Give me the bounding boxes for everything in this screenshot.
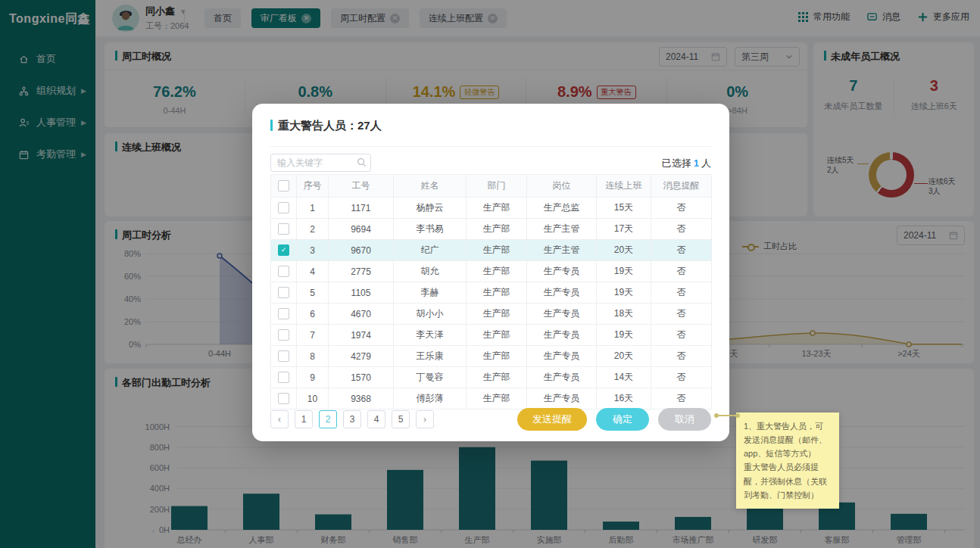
cell-post: 生产专员 — [527, 367, 597, 388]
cell-dept: 生产部 — [467, 346, 527, 367]
row-checkbox[interactable] — [278, 350, 289, 362]
cell-no: 6 — [297, 304, 329, 325]
cell-days: 18天 — [597, 304, 651, 325]
table-row: 71974李天泽生产部生产专员19天否 — [271, 325, 712, 346]
cell-days: 19天 — [597, 282, 651, 304]
cell-post: 生产主管 — [527, 240, 597, 261]
page-button-5[interactable]: 5 — [392, 410, 410, 428]
note-paragraph: 1、重大警告人员，可发送消息提醒（邮件、app、短信等方式） — [744, 419, 832, 460]
table-row: 51105李赫生产部生产专员19天否 — [271, 282, 712, 304]
divider — [270, 146, 711, 147]
select-all-checkbox[interactable] — [278, 180, 289, 191]
column-header: 序号 — [297, 175, 329, 198]
cell-days: 19天 — [597, 261, 651, 282]
table-row: 29694李书易生产部生产主管17天否 — [271, 219, 712, 240]
cell-notify: 否 — [651, 304, 712, 325]
modal-footer: ‹12345› 发送提醒 确定 取消 — [270, 408, 711, 431]
cell-notify: 否 — [651, 240, 712, 261]
cell-post: 生产专员 — [527, 388, 597, 409]
cell-no: 4 — [297, 261, 329, 282]
cell-dept: 生产部 — [467, 261, 527, 282]
cell-no: 2 — [297, 219, 329, 240]
row-checkbox[interactable] — [278, 308, 289, 319]
table-row: 109368傅彭薄生产部生产专员16天否 — [271, 388, 712, 409]
cell-dept: 生产部 — [467, 198, 527, 219]
app-root: Tongxine同鑫 首页组织规划▶人事管理▶考勤管理▶ 同小鑫▼ 工号：206… — [0, 0, 980, 548]
row-checkbox[interactable] — [278, 287, 289, 298]
cell-post: 生产专员 — [527, 282, 597, 304]
cell-days: 19天 — [597, 325, 651, 346]
cell-dept: 生产部 — [467, 367, 527, 388]
table-row: 91570丁曼容生产部生产专员14天否 — [271, 367, 712, 388]
warning-table: 序号工号姓名部门岗位连续上班消息提醒 11171杨静云生产部生产总监15天否29… — [270, 174, 712, 409]
cell-post: 生产主管 — [527, 219, 597, 240]
cell-dept: 生产部 — [467, 240, 527, 261]
prev-page-button[interactable]: ‹ — [270, 410, 289, 428]
cell-name: 胡允 — [394, 261, 467, 282]
cell-days: 20天 — [597, 346, 651, 367]
row-checkbox[interactable] — [278, 202, 289, 213]
row-checkbox[interactable] — [278, 223, 289, 235]
page-button-3[interactable]: 3 — [343, 410, 361, 428]
cell-id: 1570 — [329, 367, 394, 388]
row-checkbox[interactable] — [278, 329, 289, 341]
cell-notify: 否 — [651, 388, 712, 409]
cell-id: 1974 — [329, 325, 394, 346]
cell-id: 9670 — [329, 240, 394, 261]
page-button-1[interactable]: 1 — [295, 410, 313, 428]
cell-dept: 生产部 — [467, 388, 527, 409]
cell-name: 李书易 — [394, 219, 467, 240]
table-row: 11171杨静云生产部生产总监15天否 — [271, 198, 712, 219]
cell-notify: 否 — [651, 367, 712, 388]
table-row: 84279王乐康生产部生产专员20天否 — [271, 346, 712, 367]
cell-dept: 生产部 — [467, 282, 527, 304]
search-icon — [357, 157, 367, 167]
table-row: ✓39670纪广生产部生产主管20天否 — [271, 240, 712, 261]
note-paragraph: 重大警告人员必须提醒，并强制休息（关联到考勤、门禁控制） — [744, 460, 832, 501]
cell-dept: 生产部 — [467, 325, 527, 346]
row-checkbox[interactable] — [278, 372, 289, 383]
sticky-note: 1、重大警告人员，可发送消息提醒（邮件、app、短信等方式） 重大警告人员必须提… — [736, 413, 839, 509]
modal-title: 重大警告人员：27人 — [270, 119, 382, 133]
confirm-button[interactable]: 确定 — [596, 408, 649, 431]
row-checkbox[interactable] — [278, 393, 289, 404]
column-header: 消息提醒 — [651, 175, 712, 198]
cell-id: 9694 — [329, 219, 394, 240]
modal-buttons: 发送提醒 确定 取消 — [517, 408, 711, 431]
cell-post: 生产专员 — [527, 304, 597, 325]
column-header: 姓名 — [394, 175, 467, 198]
cell-notify: 否 — [651, 261, 712, 282]
search-box — [270, 154, 371, 172]
cell-post: 生产总监 — [527, 198, 597, 219]
page-button-2[interactable]: 2 — [319, 410, 337, 428]
cell-no: 1 — [297, 198, 329, 219]
cell-notify: 否 — [651, 219, 712, 240]
cell-days: 20天 — [597, 240, 651, 261]
cell-id: 9368 — [329, 388, 394, 409]
cell-post: 生产专员 — [527, 346, 597, 367]
next-page-button[interactable]: › — [416, 410, 434, 428]
cell-name: 李赫 — [394, 282, 467, 304]
cell-days: 14天 — [597, 367, 651, 388]
pagination: ‹12345› — [270, 410, 434, 428]
page-button-4[interactable]: 4 — [367, 410, 385, 428]
cell-name: 胡小小 — [394, 304, 467, 325]
cancel-button[interactable]: 取消 — [658, 408, 711, 431]
cell-no: 5 — [297, 282, 329, 304]
cell-id: 1171 — [329, 198, 394, 219]
row-checkbox[interactable] — [278, 266, 289, 277]
cell-dept: 生产部 — [467, 304, 527, 325]
cell-no: 8 — [297, 346, 329, 367]
row-checkbox[interactable]: ✓ — [278, 244, 289, 256]
column-header: 工号 — [329, 175, 394, 198]
send-reminder-button[interactable]: 发送提醒 — [517, 408, 587, 431]
selected-count: 已选择1人 — [662, 157, 711, 170]
column-header: 连续上班 — [597, 175, 651, 198]
cell-no: 9 — [297, 367, 329, 388]
major-warning-modal: 重大警告人员：27人 已选择1人 序号工号姓名部门岗位连续上班消息提醒 1117… — [252, 104, 729, 441]
cell-id: 4279 — [329, 346, 394, 367]
table-row: 64670胡小小生产部生产专员18天否 — [271, 304, 712, 325]
cell-notify: 否 — [651, 282, 712, 304]
cell-no: 3 — [297, 240, 329, 261]
cell-dept: 生产部 — [467, 219, 527, 240]
